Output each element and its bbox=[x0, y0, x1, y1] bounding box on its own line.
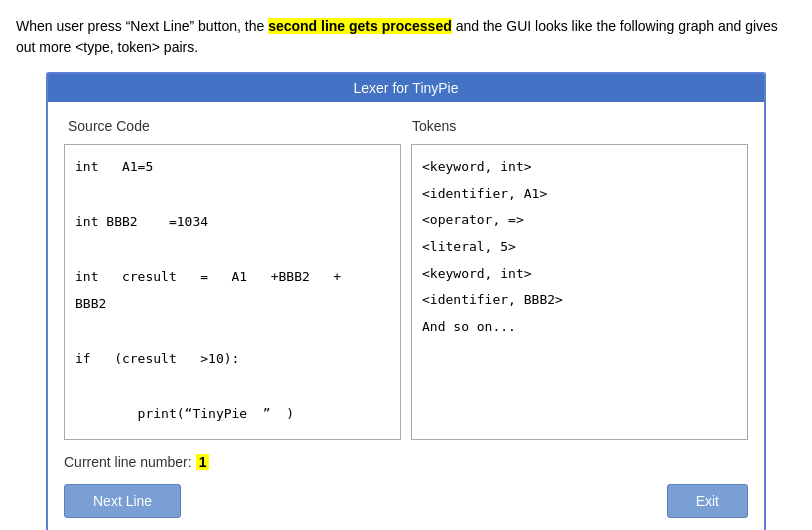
token-line-1: <keyword, int> bbox=[422, 155, 737, 180]
source-line-2 bbox=[75, 182, 390, 205]
source-line-3: int BBB2 =1034 bbox=[75, 210, 390, 233]
source-line-1: int A1=5 bbox=[75, 155, 390, 178]
current-line-number: 1 bbox=[196, 454, 210, 470]
token-line-3: <operator, => bbox=[422, 208, 737, 233]
tokens-panel: <keyword, int> <identifier, A1> <operato… bbox=[411, 144, 748, 440]
source-line-5: int cresult = A1 +BBB2 + bbox=[75, 265, 390, 288]
panels-container: int A1=5 int BBB2 =1034 int cresult = A1… bbox=[64, 144, 748, 440]
token-line-5: <keyword, int> bbox=[422, 262, 737, 287]
window-body: Source Code Tokens int A1=5 int BBB2 =10… bbox=[48, 102, 764, 530]
lexer-window: Lexer for TinyPie Source Code Tokens int… bbox=[46, 72, 766, 530]
source-line-6: BBB2 bbox=[75, 292, 390, 315]
next-line-button[interactable]: Next Line bbox=[64, 484, 181, 518]
source-line-7 bbox=[75, 319, 390, 342]
source-panel-header: Source Code bbox=[64, 118, 404, 134]
source-line-9 bbox=[75, 374, 390, 397]
button-row: Next Line Exit bbox=[64, 484, 748, 518]
current-line-row: Current line number: 1 bbox=[64, 454, 748, 470]
token-line-7: And so on... bbox=[422, 315, 737, 340]
source-code-panel: int A1=5 int BBB2 =1034 int cresult = A1… bbox=[64, 144, 401, 440]
window-titlebar: Lexer for TinyPie bbox=[48, 74, 764, 102]
exit-button[interactable]: Exit bbox=[667, 484, 748, 518]
panels-header: Source Code Tokens bbox=[64, 118, 748, 134]
intro-highlight: second line gets processed bbox=[268, 18, 452, 34]
source-line-4 bbox=[75, 237, 390, 260]
intro-before: When user press “Next Line” button, the bbox=[16, 18, 268, 34]
source-line-10: print(“TinyPie ” ) bbox=[75, 402, 390, 425]
intro-text: When user press “Next Line” button, the … bbox=[16, 16, 796, 58]
window-title: Lexer for TinyPie bbox=[353, 80, 458, 96]
token-line-2: <identifier, A1> bbox=[422, 182, 737, 207]
token-line-4: <literal, 5> bbox=[422, 235, 737, 260]
tokens-panel-header: Tokens bbox=[404, 118, 748, 134]
source-line-8: if (cresult >10): bbox=[75, 347, 390, 370]
token-line-6: <identifier, BBB2> bbox=[422, 288, 737, 313]
current-line-label: Current line number: bbox=[64, 454, 192, 470]
